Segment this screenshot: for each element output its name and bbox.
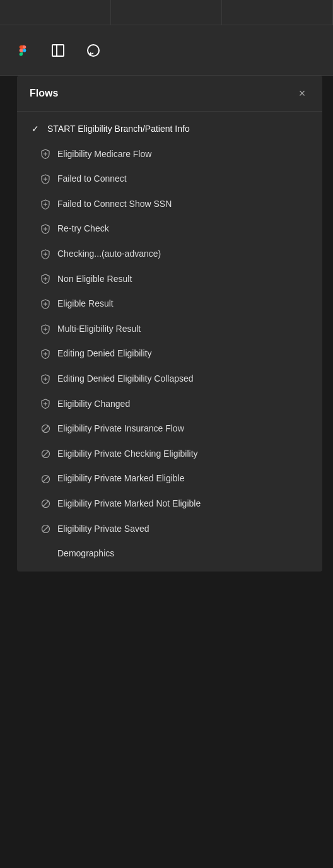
flow-item-label: START Eligibility Branch/Patient Info — [47, 123, 310, 136]
flow-item-label: Re-try Check — [57, 223, 310, 235]
top-bar-segment-3 — [222, 0, 333, 25]
flow-item-editing-denied-collapsed[interactable]: Editing Denied Eligibility Collapsed — [17, 367, 322, 392]
comment-icon[interactable] — [83, 40, 103, 61]
flow-item-label: Failed to Connect — [57, 173, 310, 185]
flow-item-private-saved[interactable]: Eligibility Private Saved — [17, 517, 322, 542]
flow-list: ✓START Eligibility Branch/Patient Info E… — [17, 112, 322, 572]
flow-item-medicare-flow[interactable]: Eligibility Medicare Flow — [17, 142, 322, 167]
toolbar — [0, 25, 333, 76]
svg-line-34 — [43, 526, 49, 532]
svg-line-26 — [43, 426, 49, 431]
flow-item-private-insurance-flow[interactable]: Eligibility Private Insurance Flow — [17, 416, 322, 442]
shield-icon — [40, 273, 51, 284]
flow-item-label: Eligibility Private Marked Not Eligible — [57, 498, 310, 510]
shield-icon — [40, 398, 51, 409]
top-bar — [0, 0, 333, 25]
panel-header: Flows × — [17, 76, 322, 112]
flow-item-eligible-result[interactable]: Eligible Result — [17, 291, 322, 317]
circle-slash-icon — [40, 449, 51, 460]
circle-slash-icon — [40, 498, 51, 510]
shield-icon — [40, 348, 51, 360]
panel-title: Flows — [30, 88, 58, 99]
shield-icon — [40, 199, 51, 210]
flow-item-label: Editing Denied Eligibility — [57, 348, 310, 360]
flow-item-label: Eligibility Changed — [57, 398, 310, 411]
shield-icon — [40, 298, 51, 310]
flow-item-label: Non Eligible Result — [57, 273, 310, 286]
flow-item-private-marked-eligible[interactable]: Eligibility Private Marked Eligible — [17, 466, 322, 491]
flow-item-private-checking[interactable]: Eligibility Private Checking Eligibility — [17, 442, 322, 467]
flow-item-label: Eligibility Private Marked Eligible — [57, 472, 310, 485]
flow-item-label: Demographics — [57, 548, 310, 560]
close-button[interactable]: × — [295, 86, 310, 101]
shield-icon — [40, 373, 51, 385]
circle-slash-icon — [40, 423, 51, 435]
flow-item-eligibility-changed[interactable]: Eligibility Changed — [17, 392, 322, 417]
no-icon — [40, 548, 51, 560]
flow-item-label: Editing Denied Eligibility Collapsed — [57, 373, 310, 385]
check-icon: ✓ — [30, 124, 41, 135]
flow-item-label: Eligibility Private Saved — [57, 523, 310, 536]
flow-item-checking-auto[interactable]: Checking...(auto-advance) — [17, 242, 322, 267]
flow-item-label: Eligibility Private Checking Eligibility — [57, 448, 310, 460]
shield-icon — [40, 173, 51, 185]
flow-item-label: Eligibility Medicare Flow — [57, 148, 310, 161]
flow-item-start[interactable]: ✓START Eligibility Branch/Patient Info — [17, 117, 322, 142]
flow-item-editing-denied[interactable]: Editing Denied Eligibility — [17, 341, 322, 367]
flow-item-label: Failed to Connect Show SSN — [57, 198, 310, 211]
flow-item-non-eligible[interactable]: Non Eligible Result — [17, 267, 322, 292]
svg-line-28 — [43, 451, 49, 457]
flow-item-label: Checking...(auto-advance) — [57, 248, 310, 261]
flow-item-retry-check[interactable]: Re-try Check — [17, 216, 322, 242]
shield-icon — [40, 249, 51, 260]
flows-panel: Flows × ✓START Eligibility Branch/Patien… — [17, 76, 322, 572]
panel-toggle-icon[interactable] — [48, 40, 68, 61]
flow-item-private-marked-not-eligible[interactable]: Eligibility Private Marked Not Eligible — [17, 491, 322, 517]
circle-slash-icon — [40, 473, 51, 484]
flow-item-failed-connect[interactable]: Failed to Connect — [17, 167, 322, 192]
flow-item-label: Eligibility Private Insurance Flow — [57, 423, 310, 435]
flow-item-multi-eligibility[interactable]: Multi-Eligibility Result — [17, 317, 322, 342]
flow-item-label: Eligible Result — [57, 298, 310, 310]
top-bar-segment-2 — [111, 0, 222, 25]
shield-icon — [40, 223, 51, 235]
flow-item-failed-connect-ssn[interactable]: Failed to Connect Show SSN — [17, 192, 322, 217]
svg-line-32 — [43, 501, 49, 507]
flow-item-label: Multi-Eligibility Result — [57, 323, 310, 336]
figma-logo-icon[interactable] — [13, 40, 33, 61]
flow-item-demographics[interactable]: Demographics — [17, 541, 322, 566]
top-bar-segment-1 — [0, 0, 111, 25]
svg-rect-0 — [52, 45, 64, 56]
shield-icon — [40, 324, 51, 335]
circle-slash-icon — [40, 523, 51, 534]
shield-icon — [40, 148, 51, 160]
svg-line-30 — [43, 476, 49, 482]
